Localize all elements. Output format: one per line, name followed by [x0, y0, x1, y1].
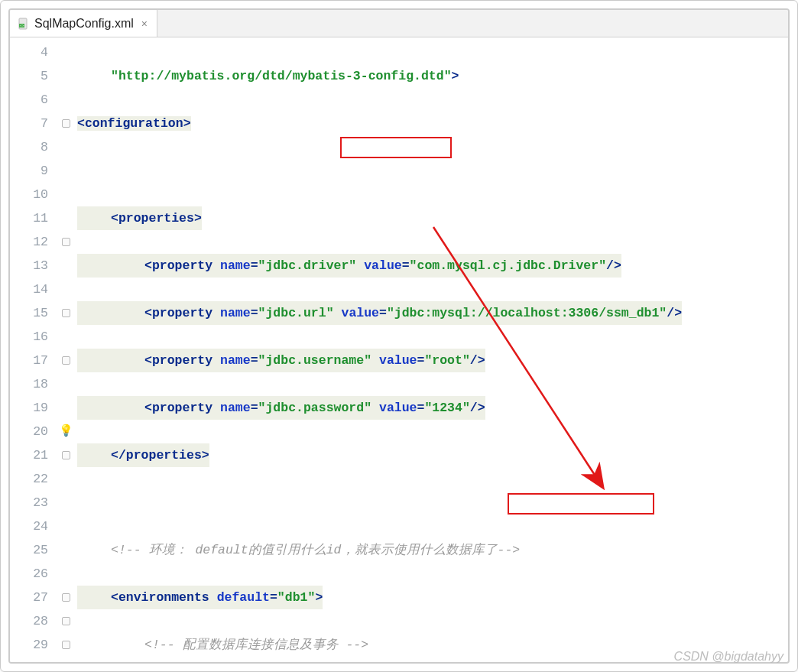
fold-cell	[57, 230, 74, 254]
fold-cell	[57, 396, 74, 420]
fold-cell	[57, 183, 74, 206]
fold-toggle-icon[interactable]	[62, 617, 70, 625]
fold-toggle-icon[interactable]	[62, 238, 70, 246]
file-tab[interactable]: <> SqlMapConfig.xml ×	[10, 10, 157, 37]
code-line: <property name="jdbc.password" value="12…	[77, 396, 782, 420]
tab-bar: <> SqlMapConfig.xml ×	[10, 10, 788, 37]
fold-cell	[57, 325, 74, 349]
line-number-gutter: 4567891011121314151617181920212223242526…	[10, 37, 57, 662]
fold-cell	[57, 467, 74, 491]
line-number: 4	[10, 41, 48, 64]
code-content[interactable]: "http://mybatis.org/dtd/mybatis-3-config…	[74, 37, 788, 662]
code-line: <property name="jdbc.driver" value="com.…	[77, 254, 782, 278]
code-line: </properties>	[77, 443, 782, 467]
code-line: <!-- 环境： default的值引用什么id，就表示使用什么数据库了-->	[77, 538, 782, 562]
xml-file-icon: <>	[18, 18, 30, 30]
line-number: 12	[10, 230, 48, 254]
fold-column: 💡	[57, 37, 74, 662]
fold-toggle-icon[interactable]	[62, 119, 70, 128]
fold-cell	[57, 349, 74, 372]
fold-cell	[57, 538, 74, 562]
fold-cell	[57, 301, 74, 325]
line-number: 7	[10, 112, 48, 135]
fold-cell	[57, 159, 74, 183]
fold-cell: 💡	[57, 420, 74, 443]
code-line: <properties>	[77, 206, 782, 230]
line-number: 5	[10, 64, 48, 88]
fold-cell	[57, 633, 74, 657]
line-number: 8	[10, 135, 48, 159]
fold-toggle-icon[interactable]	[62, 309, 70, 317]
line-number: 23	[10, 491, 48, 515]
fold-cell	[57, 515, 74, 538]
fold-toggle-icon[interactable]	[62, 356, 70, 365]
editor-frame: <> SqlMapConfig.xml × 456789101112131415…	[0, 0, 798, 672]
line-number: 13	[10, 254, 48, 278]
fold-cell	[57, 609, 74, 633]
line-number: 24	[10, 515, 48, 538]
line-number: 14	[10, 278, 48, 301]
line-number: 21	[10, 443, 48, 467]
line-number: 29	[10, 633, 48, 657]
line-number: 16	[10, 325, 48, 349]
line-number: 6	[10, 88, 48, 112]
code-editor: <> SqlMapConfig.xml × 456789101112131415…	[8, 8, 790, 664]
fold-cell	[57, 64, 74, 88]
code-line	[77, 159, 782, 183]
line-number: 9	[10, 159, 48, 183]
fold-cell	[57, 586, 74, 609]
fold-cell	[57, 135, 74, 159]
fold-toggle-icon[interactable]	[62, 451, 70, 459]
fold-cell	[57, 112, 74, 135]
intention-bulb-icon[interactable]: 💡	[59, 420, 73, 443]
fold-cell	[57, 88, 74, 112]
code-line: <property name="jdbc.url" value="jdbc:my…	[77, 301, 782, 325]
fold-cell	[57, 562, 74, 586]
code-line: <property name="jdbc.username" value="ro…	[77, 349, 782, 372]
line-number: 28	[10, 609, 48, 633]
code-line: "http://mybatis.org/dtd/mybatis-3-config…	[77, 64, 782, 88]
fold-toggle-icon[interactable]	[62, 593, 70, 602]
fold-cell	[57, 443, 74, 467]
line-number: 25	[10, 538, 48, 562]
line-number: 20	[10, 420, 48, 443]
code-viewport[interactable]: 4567891011121314151617181920212223242526…	[10, 37, 788, 662]
fold-cell	[57, 206, 74, 230]
svg-text:<>: <>	[20, 24, 24, 28]
line-number: 15	[10, 301, 48, 325]
code-line: <configuration>	[77, 112, 782, 135]
line-number: 18	[10, 372, 48, 396]
fold-cell	[57, 491, 74, 515]
annotation-box-source	[340, 137, 452, 158]
line-number: 22	[10, 467, 48, 491]
close-icon[interactable]: ×	[141, 18, 148, 30]
fold-toggle-icon[interactable]	[62, 641, 70, 649]
line-number: 11	[10, 206, 48, 230]
code-line: <environments default="db1">	[77, 586, 782, 609]
line-number: 17	[10, 349, 48, 372]
code-line	[77, 491, 782, 515]
watermark: CSDN @bigdatahyy	[674, 650, 783, 664]
line-number: 19	[10, 396, 48, 420]
tab-filename: SqlMapConfig.xml	[34, 17, 134, 31]
line-number: 26	[10, 562, 48, 586]
fold-cell	[57, 278, 74, 301]
line-number: 27	[10, 586, 48, 609]
fold-cell	[57, 254, 74, 278]
fold-cell	[57, 41, 74, 64]
fold-cell	[57, 372, 74, 396]
line-number: 10	[10, 183, 48, 206]
